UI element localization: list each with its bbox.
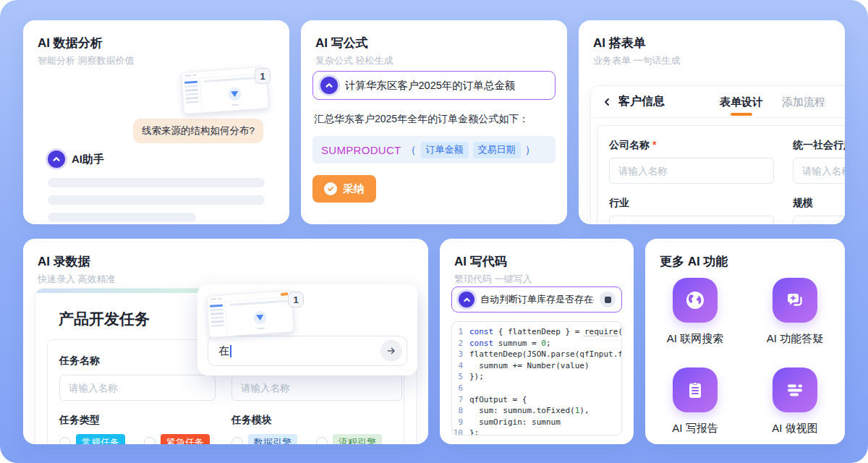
radio-option[interactable]: 数据引擎 — [231, 434, 297, 444]
line-content: const { flattenDeep } = require('lodas — [469, 326, 621, 338]
ai-assistant-icon — [459, 292, 475, 307]
feature-item[interactable]: AI 联网搜索 — [645, 278, 745, 346]
line-number: 7 — [452, 394, 469, 406]
tab-form-design[interactable]: 表单设计 — [720, 86, 763, 118]
form-heading: 产品开发任务 — [59, 309, 150, 329]
code-line: 5}); — [452, 371, 621, 383]
line-content: flattenDeep(JSON.parse(qfInput.field1 — [469, 349, 621, 360]
field-label: 任务名称 — [59, 354, 216, 368]
prompt-text: 自动判断订单库存是否存在异常 — [480, 293, 594, 306]
industry-select[interactable]: 请选择 ▼ — [609, 216, 774, 224]
features-grid: AI 联网搜索AI 功能答疑AI 写报告AI 做视图 — [645, 278, 845, 436]
option-tag: 常规任务 — [76, 434, 125, 444]
line-content: qfOutput = { — [469, 394, 621, 406]
feature-item[interactable]: AI 写报告 — [645, 368, 745, 436]
send-button[interactable] — [380, 340, 402, 362]
code-line: 6 — [452, 383, 621, 394]
code-line: 9 sumOrigin: sumnum — [452, 417, 621, 428]
code-editor[interactable]: 1const { flattenDeep } = require('lodas2… — [451, 321, 622, 436]
line-content: sumOrigin: sumnum — [469, 417, 621, 428]
select-placeholder: 请选择 — [618, 222, 648, 224]
line-content: sum: sumnum.toFixed(1), — [469, 405, 621, 417]
skeleton-line — [48, 213, 196, 222]
select-placeholder: 请选择 — [802, 222, 832, 224]
card-ai-form-builder: AI 搭表单 业务表单 一句话生成 客户信息 表单设计 添加流程 — [579, 20, 845, 224]
line-number: 10 — [452, 428, 469, 436]
skeleton-line — [48, 178, 265, 187]
form-title: 客户信息 — [618, 94, 665, 109]
field-chip: 订单金额 — [421, 142, 469, 158]
tab-label: 表单设计 — [720, 95, 763, 108]
radio-option[interactable]: 流程引擎 — [316, 434, 382, 444]
code-line: 2const sumnum = 0; — [452, 338, 621, 349]
field-chip: 交易日期 — [473, 142, 521, 158]
card-title: AI 写代码 — [454, 253, 507, 270]
close-paren: ） — [525, 143, 536, 157]
stop-button[interactable] — [600, 292, 616, 307]
line-content: sumnum += Number(value) — [469, 360, 621, 372]
assistant-row: AI助手 — [48, 150, 104, 168]
task-name-input[interactable] — [59, 375, 216, 401]
radio-option[interactable]: 紧急任务 — [144, 434, 210, 444]
thumbnail-content — [226, 297, 294, 336]
radio-circle-icon[interactable] — [144, 437, 156, 445]
card-ai-code: AI 写代码 繁琐代码 一键写入 自动判断订单库存是否存在异常 1const {… — [440, 239, 634, 444]
card-ai-data-entry: AI 录数据 快速录入 高效精准 产品开发任务 任务名称 — [23, 239, 428, 444]
credit-code-input[interactable] — [793, 158, 845, 184]
card-subtitle: 复杂公式 轻松生成 — [315, 54, 393, 67]
arrow-right-icon — [386, 346, 396, 356]
prompt-text: 计算华东区客户2025年的订单总金额 — [345, 79, 515, 93]
code-line: 4 sumnum += Number(value) — [452, 360, 621, 372]
back-button[interactable] — [603, 98, 611, 106]
card-subtitle: 智能分析 洞察数据价值 — [38, 54, 135, 67]
accept-label: 采纳 — [343, 182, 365, 196]
ai-assistant-icon — [48, 150, 65, 168]
accept-button[interactable]: 采纳 — [312, 175, 376, 203]
chevron-left-icon — [603, 98, 611, 106]
line-content — [469, 383, 621, 394]
code-line: 8 sum: sumnum.toFixed(1), — [452, 405, 621, 417]
radio-option[interactable]: 常规任务 — [59, 434, 125, 444]
tab-add-flow[interactable]: 添加流程 — [782, 86, 825, 118]
formula-function: SUMPRODUCT — [321, 144, 401, 156]
typed-text: 在 — [218, 344, 229, 358]
company-name-input[interactable] — [609, 158, 774, 184]
ai-assistant-icon — [320, 77, 338, 94]
option-tag: 流程引擎 — [333, 434, 382, 444]
card-title: AI 数据分析 — [38, 35, 103, 51]
task-name-input-2[interactable] — [231, 375, 402, 401]
field-label: 任务模块 — [231, 414, 402, 427]
thumbnail-orange-button — [281, 292, 288, 296]
card-title: AI 录数据 — [38, 253, 90, 270]
ai-typing-input[interactable]: 在 — [208, 336, 407, 366]
ai-prompt-input[interactable]: 计算华东区客户2025年的订单总金额 — [312, 71, 556, 100]
result-intro: 汇总华东客户2025年全年的订单金额公式如下： — [314, 113, 529, 126]
chat-plus-icon — [773, 278, 817, 323]
tab-bar: 表单设计 添加流程 — [720, 86, 844, 118]
card-more-ai-features: 更多 AI 功能 AI 联网搜索AI 功能答疑AI 写报告AI 做视图 — [645, 239, 845, 444]
code-line: 3flattenDeep(JSON.parse(qfInput.field1 — [452, 349, 621, 360]
user-question-bubble: 线索来源的结构如何分布? — [133, 119, 263, 143]
code-editor-lines: 1const { flattenDeep } = require('lodas2… — [452, 326, 621, 436]
radio-circle-icon[interactable] — [316, 437, 328, 445]
line-number: 2 — [452, 338, 469, 349]
task-module-options: 数据引擎流程引擎 — [231, 434, 402, 444]
ai-prompt-input[interactable]: 自动判断订单库存是否存在异常 — [451, 286, 622, 313]
funnel-chart-icon — [252, 310, 266, 324]
radio-circle-icon[interactable] — [59, 437, 71, 445]
globe-icon — [673, 278, 718, 323]
feature-label: AI 功能答疑 — [767, 332, 823, 346]
line-number: 6 — [452, 383, 469, 394]
active-tab-underline — [731, 113, 752, 116]
code-line: 10}; — [452, 428, 621, 436]
card-title: 更多 AI 功能 — [660, 253, 728, 270]
step-badge: 1 — [255, 68, 271, 84]
panel-header: 客户信息 表单设计 添加流程 — [591, 86, 845, 118]
feature-label: AI 联网搜索 — [667, 332, 723, 346]
feature-item[interactable]: AI 做视图 — [745, 368, 845, 436]
radio-circle-icon[interactable] — [231, 437, 243, 445]
field-label: 统一社会行用 — [793, 139, 845, 152]
card-subtitle: 快速录入 高效精准 — [38, 273, 116, 286]
scale-select[interactable]: 请选择 ▼ — [793, 216, 845, 224]
feature-item[interactable]: AI 功能答疑 — [745, 278, 845, 346]
